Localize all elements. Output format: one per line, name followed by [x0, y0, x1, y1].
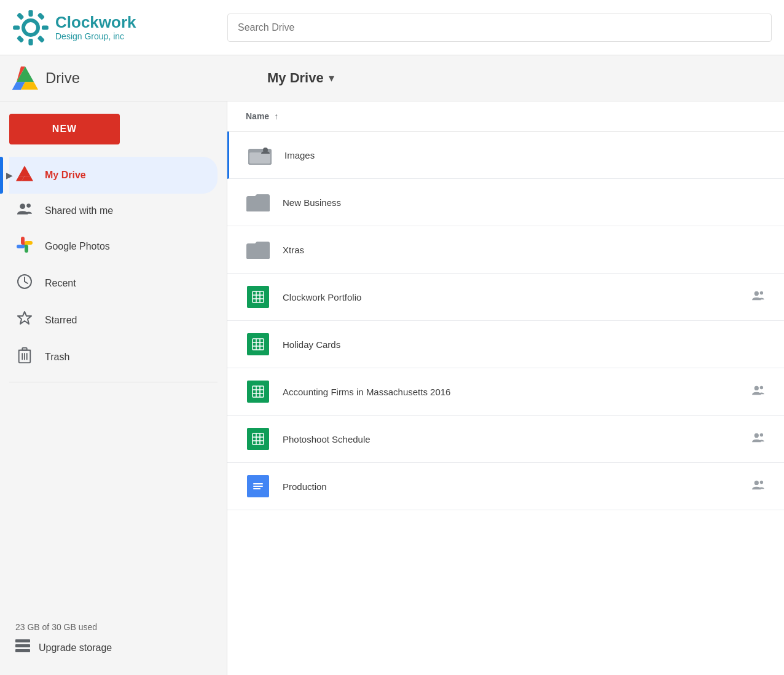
chevron-down-icon[interactable]: ▾	[329, 71, 334, 85]
svg-line-26	[25, 282, 28, 283]
svg-marker-27	[18, 312, 31, 324]
svg-point-60	[755, 385, 759, 390]
drive-logo-area: Drive	[12, 66, 230, 90]
brand-sub: Design Group, inc	[55, 31, 136, 41]
sub-header: Drive My Drive ▾	[0, 55, 784, 101]
file-name-new-business: New Business	[283, 197, 766, 208]
file-icon-holiday-cards	[246, 332, 270, 357]
sidebar-item-label-starred: Starred	[45, 315, 77, 326]
file-icon-production	[246, 474, 270, 499]
file-row[interactable]: Xtras	[227, 226, 784, 274]
file-name-holiday-cards: Holiday Cards	[283, 339, 766, 350]
trash-icon	[15, 347, 34, 367]
file-row[interactable]: Holiday Cards	[227, 321, 784, 368]
svg-point-61	[760, 385, 763, 389]
file-icon-xtras	[246, 237, 270, 262]
svg-point-49	[760, 291, 763, 294]
file-row[interactable]: Photoshoot Schedule	[227, 416, 784, 463]
sidebar-item-my-drive[interactable]: ▶ My Drive	[9, 157, 218, 194]
file-name-clockwork-portfolio: Clockwork Portfolio	[283, 292, 739, 302]
file-row[interactable]: Production	[227, 463, 784, 510]
file-name-images: Images	[284, 150, 766, 160]
file-row[interactable]: Images	[227, 132, 784, 179]
sheet-icon	[247, 286, 269, 308]
shared-people-icon	[751, 290, 766, 304]
starred-icon	[15, 310, 34, 330]
sidebar-item-label-shared: Shared with me	[45, 205, 113, 216]
storage-text: 23 GB of 30 GB used	[15, 622, 211, 632]
shared-people-icon	[751, 385, 766, 399]
svg-rect-55	[253, 386, 264, 397]
sidebar-item-label-photos: Google Photos	[45, 241, 110, 252]
my-drive-icon	[15, 165, 34, 185]
svg-point-22	[20, 203, 25, 209]
svg-point-48	[755, 291, 759, 295]
file-row[interactable]: Clockwork Portfolio	[227, 274, 784, 321]
sheet-icon	[247, 428, 269, 450]
file-list: Images New Business	[227, 132, 784, 510]
svg-rect-43	[253, 291, 264, 302]
svg-point-23	[26, 203, 31, 208]
my-drive-title: My Drive	[267, 70, 324, 86]
svg-point-68	[760, 433, 763, 436]
svg-point-67	[755, 433, 759, 437]
file-name-photoshoot: Photoshoot Schedule	[283, 434, 739, 444]
sidebar-item-starred[interactable]: Starred	[9, 302, 218, 339]
logo-text: Clockwork Design Group, inc	[55, 14, 136, 41]
svg-rect-5	[17, 12, 25, 20]
svg-marker-19	[19, 165, 31, 176]
svg-point-72	[755, 480, 759, 484]
content-header: Name ↑	[227, 101, 784, 132]
sidebar-item-google-photos[interactable]: Google Photos	[9, 228, 218, 265]
svg-rect-7	[17, 35, 25, 43]
file-row[interactable]: New Business	[227, 179, 784, 226]
sidebar: NEW ▶ My Drive	[0, 101, 227, 675]
sidebar-item-shared-with-me[interactable]: Shared with me	[9, 194, 218, 228]
file-name-xtras: Xtras	[283, 245, 766, 255]
google-photos-icon	[15, 237, 34, 256]
svg-rect-41	[246, 199, 270, 211]
svg-rect-6	[37, 12, 45, 20]
file-icon-photoshoot	[246, 427, 270, 451]
logo-area: Clockwork Design Group, inc	[12, 9, 209, 46]
sidebar-items: ▶ My Drive	[9, 157, 218, 376]
svg-rect-2	[28, 39, 33, 45]
top-bar: Clockwork Design Group, inc	[0, 0, 784, 55]
file-icon-clockwork-portfolio	[246, 285, 270, 309]
sidebar-item-trash[interactable]: Trash	[9, 339, 218, 376]
file-name-production: Production	[283, 481, 739, 492]
sheet-icon	[247, 333, 269, 355]
svg-rect-1	[28, 10, 33, 17]
svg-rect-39	[249, 152, 270, 164]
brand-name: Clockwork	[55, 14, 136, 31]
new-button[interactable]: NEW	[9, 114, 120, 144]
shared-people-icon	[751, 480, 766, 494]
upgrade-storage-label: Upgrade storage	[39, 642, 112, 653]
svg-rect-34	[15, 639, 30, 642]
file-icon-accounting	[246, 379, 270, 404]
sidebar-divider	[9, 382, 218, 382]
svg-point-73	[760, 480, 763, 483]
shared-people-icon	[751, 432, 766, 446]
svg-rect-8	[37, 35, 45, 43]
my-drive-header[interactable]: My Drive ▾	[230, 70, 334, 86]
svg-point-0	[23, 20, 38, 35]
sidebar-item-label-trash: Trash	[45, 352, 69, 363]
doc-icon	[247, 475, 269, 497]
sidebar-item-label-recent: Recent	[45, 278, 76, 289]
sidebar-item-recent[interactable]: Recent	[9, 265, 218, 302]
main-layout: NEW ▶ My Drive	[0, 101, 784, 675]
svg-rect-36	[15, 649, 30, 652]
sheet-icon	[247, 381, 269, 403]
drive-label: Drive	[45, 69, 80, 87]
file-name-accounting: Accounting Firms in Massachusetts 2016	[283, 387, 739, 397]
svg-rect-50	[253, 339, 264, 350]
svg-rect-30	[22, 348, 26, 350]
sort-name-label[interactable]: Name	[246, 111, 269, 121]
file-icon-new-business	[246, 190, 270, 215]
upgrade-storage-item[interactable]: Upgrade storage	[15, 639, 211, 657]
svg-rect-3	[13, 25, 20, 30]
search-input[interactable]	[227, 14, 772, 42]
file-row[interactable]: Accounting Firms in Massachusetts 2016	[227, 368, 784, 416]
google-drive-icon	[12, 66, 38, 90]
